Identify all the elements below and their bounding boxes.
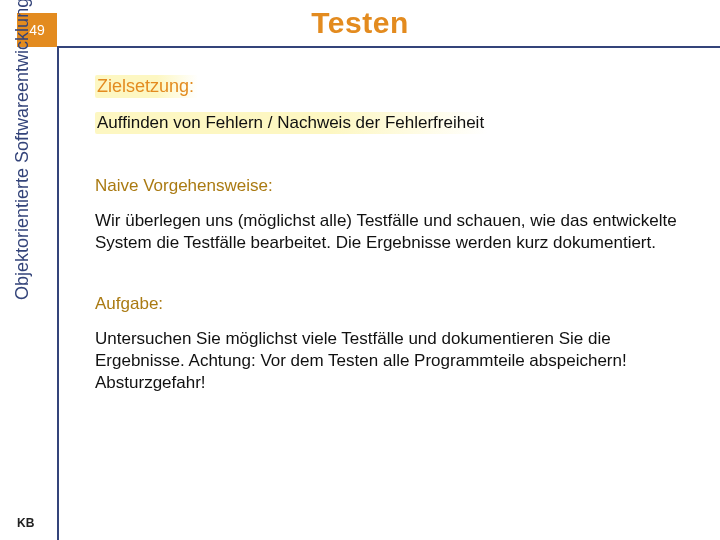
aufgabe-body: Untersuchen Sie möglichst viele Testfäll…: [95, 328, 685, 394]
footer-label: KB: [17, 516, 34, 530]
zielsetzung-body: Auffinden von Fehlern / Nachweis der Feh…: [95, 112, 685, 134]
zielsetzung-text: Auffinden von Fehlern / Nachweis der Feh…: [95, 112, 488, 134]
slide-title: Testen: [0, 6, 720, 40]
aufgabe-heading: Aufgabe:: [95, 294, 685, 314]
zielsetzung-heading: Zielsetzung:: [95, 75, 685, 98]
zielsetzung-label: Zielsetzung:: [95, 75, 198, 98]
side-label: Objektorientierte Softwareentwicklung: [12, 0, 33, 300]
vertical-divider: [57, 46, 59, 540]
horizontal-divider: [57, 46, 720, 48]
content-area: Zielsetzung: Auffinden von Fehlern / Nac…: [95, 75, 685, 394]
naive-body: Wir überlegen uns (möglichst alle) Testf…: [95, 210, 685, 254]
slide-root: 49 Testen Objektorientierte Softwareentw…: [0, 0, 720, 540]
naive-heading: Naive Vorgehensweise:: [95, 176, 685, 196]
